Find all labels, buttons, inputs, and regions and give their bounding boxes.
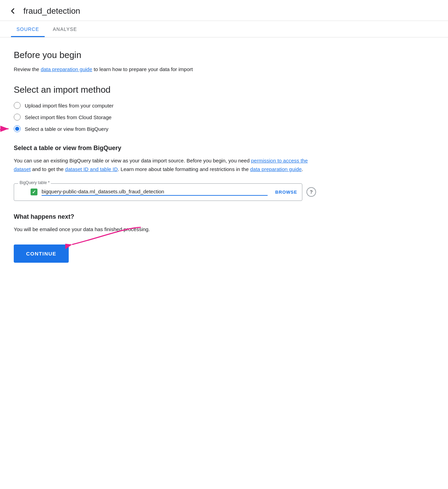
before-begin-heading: Before you begin (14, 50, 316, 60)
radio-cloud-storage-input[interactable] (14, 114, 21, 121)
bq-section-body: You can use an existing BigQuery table o… (14, 157, 316, 174)
bq-body-prefix: You can use an existing BigQuery table o… (14, 158, 251, 163)
import-method-heading: Select an import method (14, 84, 316, 95)
continue-button[interactable]: CONTINUE (14, 244, 69, 263)
continue-area: CONTINUE (14, 244, 69, 263)
what-next-heading: What happens next? (14, 213, 316, 220)
tabs-bar: SOURCE ANALYSE (0, 21, 448, 37)
pink-arrow-radio-annotation (0, 118, 14, 139)
back-button[interactable] (8, 7, 17, 15)
tab-source[interactable]: SOURCE (11, 21, 45, 37)
data-prep-guide-link-1[interactable]: data preparation guide (41, 66, 92, 72)
radio-option-bigquery[interactable]: Select a table or view from BigQuery (14, 125, 108, 132)
radio-option-cloud-storage[interactable]: Select import files from Cloud Storage (14, 114, 316, 121)
what-next-body: You will be emailed once your data has f… (14, 225, 316, 234)
bigquery-checkbox-green: ✓ (31, 189, 37, 195)
radio-option-bigquery-row: Select a table or view from BigQuery (14, 125, 316, 132)
bq-body-suffix: . Learn more about table formatting and … (118, 166, 250, 172)
help-icon[interactable]: ? (306, 187, 316, 197)
browse-button[interactable]: BROWSE (275, 190, 297, 195)
data-prep-guide-link-2[interactable]: data preparation guide (250, 166, 302, 172)
before-begin-text-suffix: to learn how to prepare your data for im… (92, 66, 193, 72)
bq-body-mid: and to get the (31, 166, 65, 172)
radio-bigquery-input[interactable] (14, 125, 21, 132)
bigquery-table-input-group: BigQuery table * ✓ BROWSE ? (14, 183, 316, 201)
before-begin-body: Review the data preparation guide to lea… (14, 65, 316, 73)
bq-body-end: . (302, 166, 303, 172)
before-begin-text-prefix: Review the (14, 66, 41, 72)
bq-section-heading: Select a table or view from BigQuery (14, 145, 316, 152)
bigquery-table-field[interactable]: BigQuery table * ✓ BROWSE (14, 183, 302, 201)
radio-upload-input[interactable] (14, 102, 21, 109)
radio-cloud-storage-label: Select import files from Cloud Storage (25, 114, 112, 120)
bigquery-table-field-label: BigQuery table * (18, 180, 51, 185)
page-title: fraud_detection (23, 6, 80, 16)
bigquery-table-input[interactable] (42, 189, 268, 196)
tab-analyse[interactable]: ANALYSE (47, 21, 82, 37)
import-method-options: Upload import files from your computer S… (14, 102, 316, 132)
radio-bigquery-label: Select a table or view from BigQuery (25, 126, 108, 132)
main-content: Before you begin Review the data prepara… (0, 37, 330, 279)
radio-upload-label: Upload import files from your computer (25, 103, 113, 109)
header: fraud_detection (0, 0, 448, 21)
radio-option-upload[interactable]: Upload import files from your computer (14, 102, 316, 109)
dataset-id-link[interactable]: dataset ID and table ID (65, 166, 117, 172)
